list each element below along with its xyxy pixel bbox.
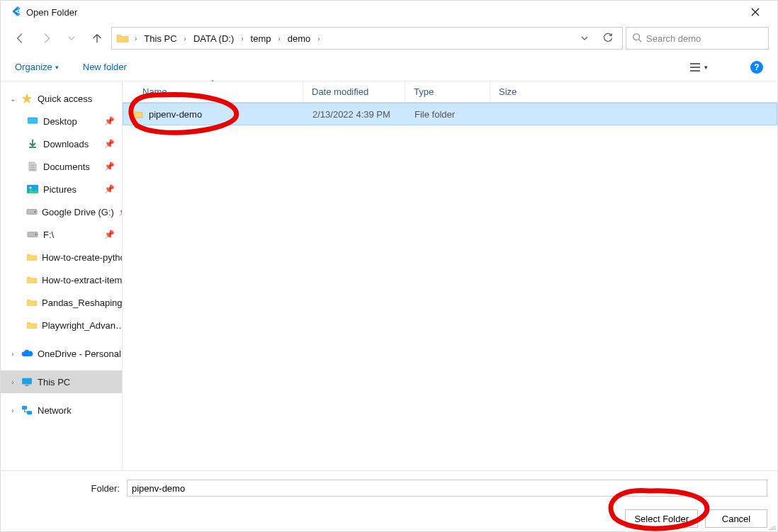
document-icon <box>26 162 39 171</box>
tree-label: Playwright_Advan… <box>42 320 122 331</box>
breadcrumb[interactable]: DATA (D:) <box>192 32 235 45</box>
drive-icon <box>26 208 38 215</box>
bottom-bar: Folder: Select Folder Cancel <box>1 470 777 531</box>
folder-icon <box>116 33 129 43</box>
file-pane: ˄ Name Date modified Type Size pipenv-de… <box>123 81 777 472</box>
chevron-right-icon[interactable]: › <box>183 35 188 43</box>
address-dropdown-icon[interactable] <box>575 33 594 44</box>
up-button[interactable] <box>86 27 108 50</box>
chevron-right-icon[interactable]: › <box>133 35 138 43</box>
column-size[interactable]: Size <box>490 81 540 102</box>
pin-icon: 📌 <box>118 207 122 217</box>
file-row[interactable]: pipenv-demo 2/13/2022 4:39 PM File folde… <box>123 103 777 125</box>
tree-documents[interactable]: Documents 📌 <box>26 155 122 178</box>
file-date: 2/13/2022 4:39 PM <box>304 109 406 120</box>
tree-label: Pandas_Reshaping… <box>42 298 122 308</box>
tree-label: Quick access <box>38 94 92 104</box>
breadcrumb[interactable]: This PC <box>142 32 178 45</box>
tree-desktop[interactable]: Desktop 📌 <box>26 110 122 132</box>
tree-label: This PC <box>38 377 70 387</box>
tree-downloads[interactable]: Downloads 📌 <box>26 132 122 155</box>
recent-dropdown-icon[interactable] <box>60 27 83 50</box>
tree-folder[interactable]: How-to-create-python… <box>26 246 122 268</box>
column-label: Size <box>499 86 517 97</box>
tree-network[interactable]: › Network <box>1 399 122 421</box>
select-folder-button[interactable]: Select Folder <box>625 509 698 528</box>
column-label: Type <box>414 86 434 97</box>
tree-onedrive[interactable]: › OneDrive - Personal <box>1 342 122 365</box>
forward-button[interactable] <box>35 27 57 50</box>
folder-label: Folder: <box>11 483 120 494</box>
expand-icon[interactable]: › <box>9 407 16 414</box>
tree-quick-access[interactable]: ⌄ Quick access <box>1 87 122 110</box>
file-name: pipenv-demo <box>149 109 202 120</box>
svg-point-6 <box>35 211 36 213</box>
pin-icon: 📌 <box>104 116 115 126</box>
column-headers: ˄ Name Date modified Type Size <box>123 81 777 103</box>
desktop-icon <box>26 117 39 125</box>
folder-icon <box>26 276 38 284</box>
window-title: Open Folder <box>26 7 739 18</box>
drive-icon <box>26 231 39 238</box>
search-input[interactable] <box>646 33 762 44</box>
tree-label: Network <box>38 405 72 416</box>
expand-icon[interactable]: › <box>9 378 16 386</box>
tree-folder[interactable]: Playwright_Advan… <box>26 314 122 336</box>
dropdown-triangle-icon: ▾ <box>704 64 708 71</box>
command-row: Organize ▾ New folder ▾ ? <box>1 53 777 81</box>
refresh-icon[interactable] <box>598 32 618 45</box>
chevron-right-icon[interactable]: › <box>239 35 244 43</box>
svg-rect-12 <box>27 411 32 414</box>
column-name[interactable]: ˄ Name <box>123 81 303 102</box>
tree-label: Google Drive (G:) <box>42 207 114 217</box>
cancel-button[interactable]: Cancel <box>705 509 767 528</box>
tree-google-drive[interactable]: Google Drive (G:) 📌 <box>26 200 122 223</box>
column-date[interactable]: Date modified <box>303 81 405 102</box>
address-bar[interactable]: › This PC › DATA (D:) › temp › demo › <box>111 27 623 50</box>
nav-tree[interactable]: ⌄ Quick access Desktop 📌 Downloads 📌 Doc… <box>1 81 123 472</box>
svg-point-0 <box>633 33 640 40</box>
tree-f-drive[interactable]: F:\ 📌 <box>26 223 122 246</box>
dropdown-triangle-icon: ▾ <box>55 64 59 71</box>
collapse-icon[interactable]: ⌄ <box>9 95 16 103</box>
folder-input[interactable] <box>127 480 767 497</box>
column-label: Name <box>142 86 167 97</box>
folder-icon <box>26 253 38 261</box>
column-label: Date modified <box>312 86 368 97</box>
tree-pictures[interactable]: Pictures 📌 <box>26 178 122 200</box>
help-icon[interactable]: ? <box>750 61 763 74</box>
file-type: File folder <box>406 109 491 120</box>
expand-icon[interactable]: › <box>9 350 16 358</box>
view-options-button[interactable]: ▾ <box>689 62 708 72</box>
breadcrumb[interactable]: demo <box>286 32 312 45</box>
breadcrumb[interactable]: temp <box>249 32 273 45</box>
search-icon <box>632 33 642 45</box>
folder-icon <box>26 298 38 307</box>
star-icon <box>21 93 33 104</box>
pin-icon: 📌 <box>104 162 115 171</box>
back-button[interactable] <box>9 27 32 50</box>
pictures-icon <box>26 185 39 193</box>
search-box[interactable] <box>626 27 769 50</box>
chevron-right-icon[interactable]: › <box>276 35 281 43</box>
organize-button[interactable]: Organize ▾ <box>15 62 59 72</box>
app-logo-icon <box>9 5 22 20</box>
nav-row: › This PC › DATA (D:) › temp › demo › <box>1 23 777 53</box>
tree-label: How-to-extract-items… <box>42 275 122 285</box>
resize-grip-icon[interactable] <box>767 521 776 530</box>
new-folder-button[interactable]: New folder <box>83 62 127 72</box>
main-area: ⌄ Quick access Desktop 📌 Downloads 📌 Doc… <box>1 81 777 472</box>
tree-this-pc[interactable]: › This PC <box>1 370 122 393</box>
tree-label: Desktop <box>43 116 77 127</box>
sort-indicator-icon: ˄ <box>211 79 215 86</box>
svg-rect-2 <box>28 118 37 123</box>
cloud-icon <box>21 349 33 358</box>
network-icon <box>21 405 33 415</box>
tree-folder[interactable]: How-to-extract-items… <box>26 268 122 291</box>
tree-folder[interactable]: Pandas_Reshaping… <box>26 291 122 314</box>
close-icon[interactable] <box>739 1 772 23</box>
column-type[interactable]: Type <box>405 81 490 102</box>
svg-point-4 <box>29 186 31 188</box>
chevron-right-icon[interactable]: › <box>316 35 321 43</box>
titlebar: Open Folder <box>1 1 777 23</box>
